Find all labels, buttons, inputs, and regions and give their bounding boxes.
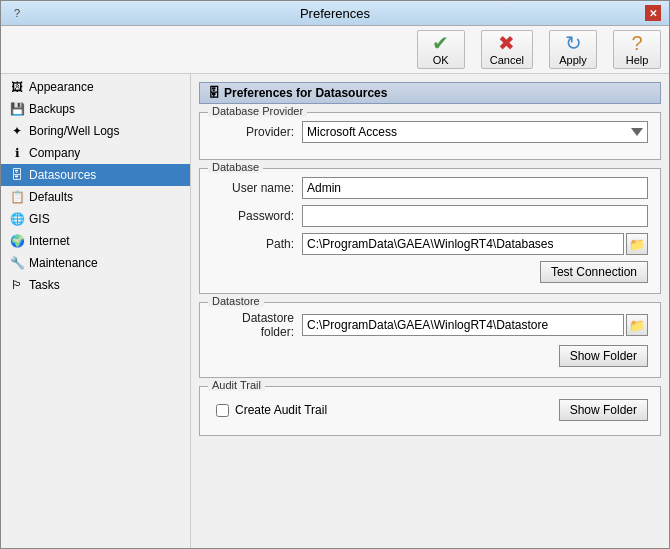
- audit-trail-row: Create Audit Trail Show Folder: [212, 395, 648, 425]
- sidebar-item-defaults[interactable]: 📋Defaults: [1, 186, 190, 208]
- datastore-folder-input[interactable]: [302, 314, 624, 336]
- sidebar-label-company: Company: [29, 146, 80, 160]
- username-row: User name:: [212, 177, 648, 199]
- apply-icon: ↻: [565, 33, 582, 53]
- datastore-show-folder-button[interactable]: Show Folder: [559, 345, 648, 367]
- help-label: Help: [626, 54, 649, 66]
- username-label: User name:: [212, 181, 302, 195]
- sidebar-item-tasks[interactable]: 🏳Tasks: [1, 274, 190, 296]
- preferences-window: ? Preferences ✕ ✔ OK ✖ Cancel ↻ Apply ? …: [0, 0, 670, 549]
- cancel-button[interactable]: ✖ Cancel: [481, 30, 533, 69]
- help-icon: ?: [631, 33, 642, 53]
- datastore-folder-label: Datastore folder:: [212, 311, 302, 339]
- sidebar-item-appearance[interactable]: 🖼Appearance: [1, 76, 190, 98]
- appearance-icon: 🖼: [9, 79, 25, 95]
- datastore-legend: Datastore: [208, 295, 264, 307]
- ok-button[interactable]: ✔ OK: [417, 30, 465, 69]
- sidebar-item-boring[interactable]: ✦Boring/Well Logs: [1, 120, 190, 142]
- sidebar-item-gis[interactable]: 🌐GIS: [1, 208, 190, 230]
- window-title: Preferences: [25, 6, 645, 21]
- path-row: Path: 📁: [212, 233, 648, 255]
- company-icon: ℹ: [9, 145, 25, 161]
- cancel-icon: ✖: [498, 33, 515, 53]
- test-connection-button[interactable]: Test Connection: [540, 261, 648, 283]
- create-audit-label: Create Audit Trail: [235, 403, 327, 417]
- ok-icon: ✔: [432, 33, 449, 53]
- defaults-icon: 📋: [9, 189, 25, 205]
- sidebar: 🖼Appearance💾Backups✦Boring/Well LogsℹCom…: [1, 74, 191, 548]
- password-input[interactable]: [302, 205, 648, 227]
- apply-button[interactable]: ↻ Apply: [549, 30, 597, 69]
- create-audit-group: Create Audit Trail: [212, 403, 327, 417]
- apply-label: Apply: [559, 54, 587, 66]
- password-row: Password:: [212, 205, 648, 227]
- ok-label: OK: [433, 54, 449, 66]
- gis-icon: 🌐: [9, 211, 25, 227]
- backups-icon: 💾: [9, 101, 25, 117]
- provider-select[interactable]: Microsoft Access SQL Server Oracle: [302, 121, 648, 143]
- sidebar-label-backups: Backups: [29, 102, 75, 116]
- tasks-icon: 🏳: [9, 277, 25, 293]
- sidebar-label-internet: Internet: [29, 234, 70, 248]
- sidebar-item-company[interactable]: ℹCompany: [1, 142, 190, 164]
- close-title-btn[interactable]: ✕: [645, 5, 661, 21]
- datastore-folder-group: 📁: [302, 314, 648, 336]
- sidebar-label-datasources: Datasources: [29, 168, 96, 182]
- panel-title-icon: 🗄: [208, 86, 220, 100]
- database-legend: Database: [208, 161, 263, 173]
- sidebar-label-defaults: Defaults: [29, 190, 73, 204]
- database-provider-legend: Database Provider: [208, 105, 307, 117]
- audit-show-folder-button[interactable]: Show Folder: [559, 399, 648, 421]
- help-button[interactable]: ? Help: [613, 30, 661, 69]
- datastore-browse-btn[interactable]: 📁: [626, 314, 648, 336]
- provider-row: Provider: Microsoft Access SQL Server Or…: [212, 121, 648, 143]
- sidebar-item-maintenance[interactable]: 🔧Maintenance: [1, 252, 190, 274]
- maintenance-icon: 🔧: [9, 255, 25, 271]
- provider-label: Provider:: [212, 125, 302, 139]
- sidebar-label-appearance: Appearance: [29, 80, 94, 94]
- right-panel: 🗄 Preferences for Datasources Database P…: [191, 74, 669, 548]
- database-section: Database User name: Password: Path: 📁: [199, 168, 661, 294]
- panel-title: 🗄 Preferences for Datasources: [199, 82, 661, 104]
- datastore-show-folder-row: Show Folder: [212, 345, 648, 367]
- title-bar-left: ?: [9, 5, 25, 21]
- sidebar-item-datasources[interactable]: 🗄Datasources: [1, 164, 190, 186]
- datastore-folder-row: Datastore folder: 📁: [212, 311, 648, 339]
- title-bar-right: ✕: [645, 5, 661, 21]
- test-connection-row: Test Connection: [212, 261, 648, 283]
- main-content: 🖼Appearance💾Backups✦Boring/Well LogsℹCom…: [1, 74, 669, 548]
- sidebar-label-tasks: Tasks: [29, 278, 60, 292]
- datastore-section: Datastore Datastore folder: 📁 Show Folde…: [199, 302, 661, 378]
- help-title-btn[interactable]: ?: [9, 5, 25, 21]
- path-label: Path:: [212, 237, 302, 251]
- sidebar-item-internet[interactable]: 🌍Internet: [1, 230, 190, 252]
- password-label: Password:: [212, 209, 302, 223]
- sidebar-label-boring: Boring/Well Logs: [29, 124, 120, 138]
- toolbar: ✔ OK ✖ Cancel ↻ Apply ? Help: [1, 26, 669, 74]
- internet-icon: 🌍: [9, 233, 25, 249]
- path-browse-btn[interactable]: 📁: [626, 233, 648, 255]
- title-bar: ? Preferences ✕: [1, 1, 669, 26]
- sidebar-item-backups[interactable]: 💾Backups: [1, 98, 190, 120]
- username-input[interactable]: [302, 177, 648, 199]
- cancel-label: Cancel: [490, 54, 524, 66]
- path-field-group: 📁: [302, 233, 648, 255]
- path-input[interactable]: [302, 233, 624, 255]
- audit-trail-section: Audit Trail Create Audit Trail Show Fold…: [199, 386, 661, 436]
- datasources-icon: 🗄: [9, 167, 25, 183]
- panel-title-text: Preferences for Datasources: [224, 86, 387, 100]
- sidebar-label-maintenance: Maintenance: [29, 256, 98, 270]
- database-provider-section: Database Provider Provider: Microsoft Ac…: [199, 112, 661, 160]
- boring-icon: ✦: [9, 123, 25, 139]
- audit-trail-legend: Audit Trail: [208, 379, 265, 391]
- sidebar-label-gis: GIS: [29, 212, 50, 226]
- create-audit-checkbox[interactable]: [216, 404, 229, 417]
